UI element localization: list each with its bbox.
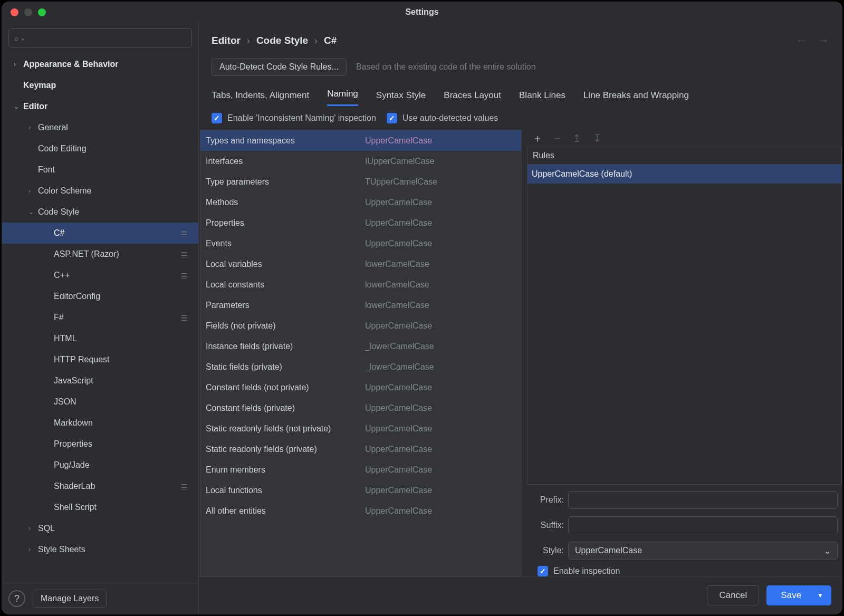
- tab-naming[interactable]: Naming: [327, 89, 358, 106]
- tree-cpp[interactable]: C++≣: [2, 265, 198, 286]
- tab-braces-layout[interactable]: Braces Layout: [444, 90, 501, 106]
- use-autodetected-label: Use auto-detected values: [402, 113, 498, 123]
- tree-http-request[interactable]: HTTP Request: [2, 349, 198, 370]
- tab-syntax-style[interactable]: Syntax Style: [376, 90, 426, 106]
- zoom-icon[interactable]: [38, 8, 46, 16]
- table-row[interactable]: Constant fields (private)UpperCamelCase: [200, 398, 521, 418]
- table-row[interactable]: Static readonly fields (not private)Uppe…: [200, 418, 521, 439]
- table-row[interactable]: Local functionsUpperCamelCase: [200, 480, 521, 500]
- save-button[interactable]: Save ▼: [766, 585, 831, 605]
- tab-blank-lines[interactable]: Blank Lines: [519, 90, 565, 106]
- enable-inspection-label: Enable inspection: [553, 566, 620, 576]
- move-up-icon[interactable]: ↥: [572, 132, 581, 145]
- footer-bar: Cancel Save ▼: [199, 576, 842, 614]
- back-icon[interactable]: ←: [795, 34, 807, 47]
- manage-layers-button[interactable]: Manage Layers: [33, 590, 107, 608]
- tree-code-editing[interactable]: Code Editing: [2, 138, 198, 159]
- tree-shell[interactable]: Shell Script: [2, 497, 198, 518]
- autodetect-note: Based on the existing code of the entire…: [356, 62, 536, 72]
- suffix-input[interactable]: [568, 516, 838, 534]
- cancel-button[interactable]: Cancel: [707, 585, 759, 605]
- tree-markdown[interactable]: Markdown: [2, 412, 198, 434]
- autodetect-button[interactable]: Auto-Detect Code Style Rules...: [212, 58, 347, 76]
- table-row[interactable]: Local constantslowerCamelCase: [200, 274, 521, 295]
- table-row[interactable]: EventsUpperCamelCase: [200, 233, 521, 254]
- tree-color-scheme[interactable]: ›Color Scheme: [2, 180, 198, 201]
- table-row[interactable]: InterfacesIUpperCamelCase: [200, 151, 521, 171]
- traffic-lights: [2, 8, 46, 16]
- stack-icon: ≣: [180, 270, 198, 281]
- table-row[interactable]: Constant fields (not private)UpperCamelC…: [200, 377, 521, 398]
- tree-fsharp[interactable]: F#≣: [2, 307, 198, 328]
- titlebar: Settings: [2, 2, 842, 22]
- tree-aspnet[interactable]: ASP.NET (Razor)≣: [2, 244, 198, 265]
- rule-item[interactable]: UpperCamelCase (default): [528, 165, 841, 184]
- table-row[interactable]: Instance fields (private)_lowerCamelCase: [200, 336, 521, 357]
- tree-appearance[interactable]: ›Appearance & Behavior: [2, 54, 198, 75]
- tree-stylesheets[interactable]: ›Style Sheets: [2, 539, 198, 560]
- search-icon: ⌕ ▾: [14, 34, 25, 42]
- tab-tabs-indents[interactable]: Tabs, Indents, Alignment: [212, 90, 309, 106]
- table-row[interactable]: Type parametersTUpperCamelCase: [200, 171, 521, 192]
- enable-naming-label: Enable 'Inconsistent Naming' inspection: [227, 113, 376, 123]
- settings-window: Settings ⌕ ▾ ›Appearance & Behavior Keym…: [2, 2, 842, 614]
- table-row[interactable]: ParameterslowerCamelCase: [200, 295, 521, 315]
- stack-icon: ≣: [180, 249, 198, 260]
- move-down-icon[interactable]: ↧: [593, 132, 602, 145]
- prefix-label: Prefix:: [527, 495, 568, 505]
- table-row[interactable]: Fields (not private)UpperCamelCase: [200, 315, 521, 336]
- minimize-icon[interactable]: [24, 8, 32, 16]
- tree-keymap[interactable]: Keymap: [2, 75, 198, 96]
- tree-code-style[interactable]: ⌄Code Style: [2, 201, 198, 223]
- tree-properties[interactable]: Properties: [2, 434, 198, 455]
- style-label: Style:: [527, 546, 568, 555]
- help-button[interactable]: ?: [8, 590, 25, 607]
- table-row[interactable]: Static fields (private)_lowerCamelCase: [200, 357, 521, 377]
- table-row[interactable]: Local variableslowerCamelCase: [200, 254, 521, 274]
- table-row[interactable]: Types and namespaces UpperCamelCase: [200, 130, 521, 151]
- table-row[interactable]: Enum membersUpperCamelCase: [200, 459, 521, 480]
- table-row[interactable]: Static readonly fields (private)UpperCam…: [200, 439, 521, 459]
- prefix-input[interactable]: [568, 491, 838, 509]
- tree-pug[interactable]: Pug/Jade: [2, 455, 198, 476]
- close-icon[interactable]: [11, 8, 18, 16]
- remove-icon[interactable]: −: [554, 132, 561, 145]
- suffix-label: Suffix:: [527, 521, 568, 530]
- crumb-csharp: C#: [324, 35, 337, 46]
- rules-pane: ＋ − ↥ ↧ Rules UpperCamelCase (default) P…: [527, 130, 842, 576]
- table-row[interactable]: PropertiesUpperCamelCase: [200, 213, 521, 233]
- settings-tree: ›Appearance & Behavior Keymap ⌄Editor ›G…: [2, 54, 198, 583]
- stack-icon: ≣: [180, 481, 198, 492]
- table-row[interactable]: MethodsUpperCamelCase: [200, 192, 521, 213]
- crumb-editor[interactable]: Editor: [212, 35, 241, 46]
- crumb-code-style[interactable]: Code Style: [256, 35, 308, 46]
- chevron-right-icon: ›: [241, 35, 256, 46]
- tree-javascript[interactable]: JavaScript: [2, 370, 198, 391]
- tree-html[interactable]: HTML: [2, 328, 198, 349]
- tree-editor[interactable]: ⌄Editor: [2, 96, 198, 117]
- use-autodetected-checkbox[interactable]: ✓: [387, 113, 397, 123]
- tree-sql[interactable]: ›SQL: [2, 518, 198, 539]
- table-row[interactable]: All other entitiesUpperCamelCase: [200, 500, 521, 521]
- stack-icon: ≣: [180, 228, 198, 239]
- style-select[interactable]: UpperCamelCase ⌄: [568, 542, 838, 560]
- sidebar: ⌕ ▾ ›Appearance & Behavior Keymap ⌄Edito…: [2, 22, 199, 614]
- chevron-down-icon: ⌄: [824, 546, 831, 556]
- rules-header: Rules: [527, 147, 842, 165]
- tree-general[interactable]: ›General: [2, 117, 198, 138]
- chevron-down-icon: ▼: [817, 592, 823, 599]
- tab-line-breaks[interactable]: Line Breaks and Wrapping: [583, 90, 689, 106]
- naming-table: Types and namespaces UpperCamelCase Inte…: [200, 130, 522, 576]
- tree-font[interactable]: Font: [2, 159, 198, 180]
- enable-naming-checkbox[interactable]: ✓: [212, 113, 222, 123]
- tree-shaderlab[interactable]: ShaderLab≣: [2, 476, 198, 497]
- tree-json[interactable]: JSON: [2, 391, 198, 412]
- enable-inspection-checkbox[interactable]: ✓: [538, 566, 548, 576]
- content-pane: Editor › Code Style › C# ← → Auto-Detect…: [199, 22, 842, 614]
- chevron-right-icon: ›: [308, 35, 324, 46]
- add-icon[interactable]: ＋: [532, 131, 543, 146]
- search-input[interactable]: ⌕ ▾: [8, 28, 192, 47]
- forward-icon[interactable]: →: [818, 34, 829, 47]
- tree-csharp[interactable]: C#≣: [2, 223, 198, 244]
- tree-editorconfig[interactable]: EditorConfig: [2, 286, 198, 307]
